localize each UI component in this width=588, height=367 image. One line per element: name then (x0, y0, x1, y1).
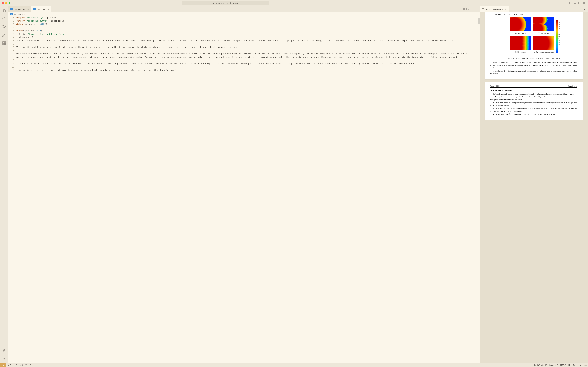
svg-rect-26 (464, 8, 465, 10)
language-mode[interactable]: Typst (573, 364, 578, 366)
toggle-secondary-sidebar-icon[interactable] (579, 2, 581, 4)
split-down-icon[interactable] (467, 8, 469, 10)
errors-count[interactable]: ⊗ 0 (8, 364, 11, 366)
code-line[interactable]: 8A traditional bathtub cannot be reheate… (8, 39, 480, 42)
cursor-position[interactable]: Ln 148, Col 19 (534, 364, 547, 366)
eol[interactable]: LF (568, 364, 571, 366)
preview-paragraph: In conclusion, if we design more entranc… (490, 70, 578, 75)
code-line[interactable]: 10To simplify modeling process, we first… (8, 46, 480, 49)
accounts-icon[interactable] (2, 349, 6, 353)
svg-rect-21 (4, 43, 6, 45)
svg-point-16 (5, 26, 6, 27)
ports-count[interactable]: 0 (19, 364, 23, 366)
code-line[interactable]: 2#import "appendices.typ" : appendices (8, 19, 480, 23)
svg-marker-17 (3, 33, 5, 36)
line-number: 3 (8, 23, 17, 26)
svg-point-23 (3, 350, 5, 351)
code-line[interactable]: 7 abstract: [ (8, 36, 480, 39)
svg-line-13 (5, 19, 6, 20)
close-tab-icon[interactable]: × (505, 8, 507, 10)
code-line[interactable]: 16Then we determine the influence of som… (8, 68, 480, 72)
encoding[interactable]: UTF-8 (560, 364, 566, 366)
extensions-icon[interactable] (2, 41, 6, 45)
code-line[interactable]: 13 (8, 59, 480, 62)
code-content: To simplify modeling process, we firstly… (17, 46, 480, 49)
editor-tab-actions: ··· (462, 6, 480, 12)
preview-paragraph: Before discussion is based on ideal assu… (490, 92, 578, 95)
window-controls (2, 2, 10, 4)
svg-point-18 (2, 35, 3, 37)
code-content (17, 42, 480, 46)
minimize-window-button[interactable] (5, 2, 7, 4)
code-content: #show: project.with( (17, 29, 480, 33)
more-actions-icon[interactable]: ··· (583, 8, 586, 10)
code-editor[interactable]: 1#import "template.typ": project2#import… (8, 16, 480, 363)
code-line[interactable]: 11 (8, 49, 480, 52)
statusbar: ⊗ 0 ⚠ 0 0 Ln 148, Col 19 Spaces: 2 UTF-8… (0, 363, 588, 367)
line-number: 5 (8, 29, 17, 33)
svg-point-15 (3, 27, 4, 28)
toggle-panel-icon[interactable] (574, 2, 576, 4)
customize-layout-icon[interactable] (583, 2, 586, 4)
breadcrumb[interactable]: t main.typ › ... (8, 12, 480, 16)
tab-preview[interactable]: main.typ (Preview) × (480, 6, 509, 12)
run-debug-icon[interactable] (2, 33, 6, 37)
heatmap-d (533, 36, 553, 50)
code-content (17, 59, 480, 62)
code-content: #import "template.typ": project (17, 16, 480, 19)
preview-text: The simulation turns out to be as follow… (490, 13, 578, 16)
notifications-icon[interactable] (584, 364, 587, 367)
preview-viewport[interactable]: The simulation turns out to be as follow… (480, 12, 588, 363)
code-line[interactable]: 6 title: "Enjoy a Cozy and Green Bath", (8, 33, 480, 36)
svg-rect-9 (585, 2, 586, 3)
svg-rect-6 (579, 2, 581, 4)
remote-indicator[interactable] (0, 363, 6, 367)
heatmap-b (533, 17, 553, 31)
code-line[interactable]: 3#show: appendices.with() (8, 23, 480, 26)
breadcrumb-file: main.typ (14, 13, 21, 15)
command-center[interactable]: mcm-icm-typst-template (182, 1, 269, 5)
warnings-count[interactable]: ⚠ 0 (13, 364, 17, 366)
split-editor-icon[interactable] (471, 8, 473, 10)
list-item: 1. Adding hot water continually with the… (490, 96, 578, 101)
code-line[interactable]: 5#show: project.with( (8, 29, 480, 33)
minimap-scrollbar[interactable] (478, 18, 480, 24)
settings-gear-icon[interactable] (2, 357, 6, 361)
code-line[interactable]: 9 (8, 42, 480, 46)
nav-back-button[interactable]: ← (20, 2, 23, 5)
explorer-icon[interactable] (2, 8, 6, 12)
feedback-icon[interactable] (580, 364, 582, 367)
tab-appendices[interactable]: t appendices.typ (8, 6, 31, 12)
svg-rect-22 (4, 42, 6, 43)
toggle-primary-sidebar-icon[interactable] (569, 2, 571, 4)
code-line[interactable]: 14In consideration of evaporation, we co… (8, 62, 480, 65)
pin-icon[interactable] (30, 364, 32, 367)
nav-forward-button[interactable]: → (26, 2, 28, 5)
more-actions-icon[interactable]: ··· (475, 8, 478, 10)
code-line[interactable]: 12We establish two sub-models: adding wa… (8, 52, 480, 59)
close-tab-icon[interactable]: × (48, 8, 49, 10)
tab-main[interactable]: t main.typ × (31, 6, 51, 12)
code-line[interactable]: 1#import "template.typ": project (8, 16, 480, 19)
code-content: We establish two sub-models: adding wate… (17, 52, 480, 59)
typst-file-icon: t (10, 13, 13, 15)
search-activity-icon[interactable] (2, 17, 6, 21)
close-window-button[interactable] (2, 2, 4, 4)
colorbar: 3.183.183.183.183.173.173.173.163.163.15… (556, 20, 558, 53)
heatmap-a (510, 17, 531, 31)
svg-point-14 (3, 25, 4, 26)
svg-rect-2 (569, 2, 571, 4)
code-line[interactable]: 4 (8, 26, 480, 29)
preview-paragraph: From the above figure, the more the entr… (490, 61, 578, 69)
radio-tower-icon[interactable] (25, 364, 27, 367)
line-number: 2 (8, 19, 17, 23)
code-content: #import "appendices.typ" : appendices (17, 19, 480, 23)
indentation[interactable]: Spaces: 2 (549, 364, 558, 366)
maximize-window-button[interactable] (9, 2, 10, 4)
code-line[interactable]: 15 (8, 65, 480, 68)
code-content (17, 49, 480, 52)
compare-changes-icon[interactable] (462, 8, 465, 10)
svg-rect-11 (585, 3, 586, 4)
source-control-icon[interactable] (2, 25, 6, 29)
search-icon (212, 2, 215, 4)
